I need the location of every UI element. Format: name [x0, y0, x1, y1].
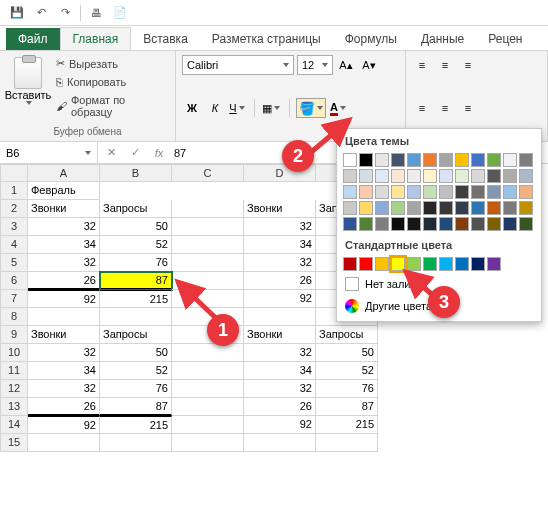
- cell[interactable]: Запросы: [316, 326, 378, 344]
- cell[interactable]: 215: [100, 416, 172, 434]
- align-right-button[interactable]: ≡: [458, 98, 478, 118]
- color-swatch[interactable]: [487, 153, 501, 167]
- color-swatch[interactable]: [391, 169, 405, 183]
- tab-insert[interactable]: Вставка: [131, 28, 200, 50]
- cell[interactable]: Февраль: [28, 182, 100, 200]
- cell[interactable]: 215: [100, 290, 172, 308]
- cell[interactable]: 92: [244, 416, 316, 434]
- cell[interactable]: 52: [100, 362, 172, 380]
- color-swatch[interactable]: [391, 217, 405, 231]
- row-header[interactable]: 8: [0, 308, 28, 326]
- color-swatch[interactable]: [519, 153, 533, 167]
- cell[interactable]: [172, 254, 244, 272]
- color-swatch[interactable]: [407, 217, 421, 231]
- cell[interactable]: 87: [100, 398, 172, 416]
- cell[interactable]: 76: [100, 380, 172, 398]
- format-painter-button[interactable]: 🖌Формат по образцу: [52, 92, 169, 120]
- color-swatch[interactable]: [439, 217, 453, 231]
- cell[interactable]: [316, 434, 378, 452]
- color-swatch[interactable]: [519, 217, 533, 231]
- row-header[interactable]: 12: [0, 380, 28, 398]
- color-swatch[interactable]: [343, 257, 357, 271]
- color-swatch[interactable]: [391, 201, 405, 215]
- color-swatch[interactable]: [439, 201, 453, 215]
- color-swatch[interactable]: [407, 201, 421, 215]
- cell[interactable]: 52: [316, 362, 378, 380]
- color-swatch[interactable]: [375, 217, 389, 231]
- row-header[interactable]: 1: [0, 182, 28, 200]
- color-swatch[interactable]: [471, 169, 485, 183]
- color-swatch[interactable]: [487, 185, 501, 199]
- color-swatch[interactable]: [407, 185, 421, 199]
- color-swatch[interactable]: [471, 185, 485, 199]
- color-swatch[interactable]: [359, 185, 373, 199]
- cell[interactable]: 32: [244, 344, 316, 362]
- color-swatch[interactable]: [471, 153, 485, 167]
- color-swatch[interactable]: [391, 153, 405, 167]
- underline-button[interactable]: Ч: [228, 98, 248, 118]
- color-swatch[interactable]: [375, 257, 389, 271]
- column-header[interactable]: A: [28, 164, 100, 182]
- row-header[interactable]: 15: [0, 434, 28, 452]
- cell[interactable]: Запросы: [100, 326, 172, 344]
- align-top-button[interactable]: ≡: [412, 55, 432, 75]
- color-swatch[interactable]: [455, 185, 469, 199]
- cell[interactable]: [244, 308, 316, 326]
- save-icon[interactable]: 💾: [6, 2, 28, 24]
- row-header[interactable]: 11: [0, 362, 28, 380]
- cell[interactable]: 76: [100, 254, 172, 272]
- row-header[interactable]: 14: [0, 416, 28, 434]
- tab-review[interactable]: Рецен: [476, 28, 534, 50]
- cell[interactable]: [172, 380, 244, 398]
- cell[interactable]: 26: [244, 272, 316, 290]
- cell[interactable]: 26: [28, 272, 100, 290]
- color-swatch[interactable]: [407, 153, 421, 167]
- row-header[interactable]: 13: [0, 398, 28, 416]
- open-icon[interactable]: 📄: [109, 2, 131, 24]
- color-swatch[interactable]: [471, 217, 485, 231]
- cell[interactable]: 50: [100, 344, 172, 362]
- column-header[interactable]: B: [100, 164, 172, 182]
- cell[interactable]: 92: [28, 416, 100, 434]
- color-swatch[interactable]: [343, 169, 357, 183]
- color-swatch[interactable]: [423, 169, 437, 183]
- decrease-font-button[interactable]: A▾: [359, 55, 379, 75]
- tab-file[interactable]: Файл: [6, 28, 60, 50]
- cell[interactable]: 26: [28, 398, 100, 416]
- color-swatch[interactable]: [487, 257, 501, 271]
- cell[interactable]: 50: [316, 344, 378, 362]
- align-left-button[interactable]: ≡: [412, 98, 432, 118]
- tab-home[interactable]: Главная: [60, 27, 132, 50]
- tab-data[interactable]: Данные: [409, 28, 476, 50]
- cell[interactable]: [244, 434, 316, 452]
- paste-button[interactable]: Вставить: [6, 55, 50, 124]
- cell[interactable]: Звонки: [244, 200, 316, 218]
- column-header[interactable]: C: [172, 164, 244, 182]
- cell[interactable]: 34: [28, 236, 100, 254]
- cell[interactable]: [172, 416, 244, 434]
- cell[interactable]: 32: [244, 380, 316, 398]
- cell[interactable]: 34: [244, 362, 316, 380]
- font-color-button[interactable]: А: [329, 98, 349, 118]
- cell[interactable]: [172, 344, 244, 362]
- color-swatch[interactable]: [455, 201, 469, 215]
- color-swatch[interactable]: [503, 169, 517, 183]
- cell[interactable]: 32: [28, 254, 100, 272]
- color-swatch[interactable]: [471, 257, 485, 271]
- row-header[interactable]: 6: [0, 272, 28, 290]
- row-header[interactable]: 2: [0, 200, 28, 218]
- cell[interactable]: 87: [100, 272, 172, 290]
- color-swatch[interactable]: [455, 169, 469, 183]
- color-swatch[interactable]: [503, 201, 517, 215]
- cell[interactable]: Звонки: [28, 326, 100, 344]
- cancel-icon[interactable]: ✕: [102, 146, 120, 159]
- color-swatch[interactable]: [455, 153, 469, 167]
- cell[interactable]: [172, 236, 244, 254]
- name-box[interactable]: B6: [0, 142, 98, 163]
- cell[interactable]: 92: [28, 290, 100, 308]
- color-swatch[interactable]: [375, 169, 389, 183]
- redo-icon[interactable]: ↷: [54, 2, 76, 24]
- cell[interactable]: 26: [244, 398, 316, 416]
- cell[interactable]: 215: [316, 416, 378, 434]
- cell[interactable]: [100, 434, 172, 452]
